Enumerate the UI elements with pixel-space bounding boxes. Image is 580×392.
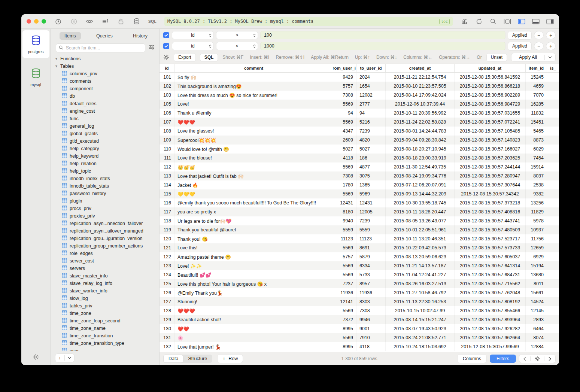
table-settings-gear-icon[interactable] bbox=[531, 355, 544, 363]
table-cell[interactable]: 5969 bbox=[356, 189, 386, 198]
table-cell[interactable]: 2015-11-04 12:24:41.227 bbox=[386, 270, 455, 279]
table-cell[interactable]: 129 bbox=[160, 315, 174, 324]
sql-icon[interactable]: SQL bbox=[149, 18, 156, 25]
remove-filter-button[interactable]: − bbox=[534, 42, 543, 50]
filter-checkbox[interactable] bbox=[163, 43, 169, 49]
lock-icon[interactable] bbox=[117, 18, 125, 25]
table-cell[interactable]: Amazing pastel theme 😬 bbox=[174, 252, 333, 261]
table-cell[interactable]: 2015-11-30 12:54:49.735 bbox=[386, 162, 455, 171]
table-cell[interactable]: 12005 bbox=[356, 207, 386, 216]
table-cell[interactable] bbox=[547, 315, 559, 324]
table-cell[interactable]: 15194 bbox=[526, 261, 547, 270]
table-row[interactable]: 114Jacket 🔥178013652015-07-12 06:20:07.0… bbox=[160, 180, 559, 189]
table-row[interactable]: 131🌸556979102015-08-24 21:08:52.7712015-… bbox=[160, 333, 559, 342]
close-window-button[interactable] bbox=[27, 19, 31, 24]
table-cell[interactable]: 117 bbox=[160, 207, 174, 216]
table-cell[interactable]: 7308 bbox=[333, 171, 356, 180]
table-cell[interactable]: 8691 bbox=[356, 243, 386, 252]
table-cell[interactable] bbox=[547, 180, 559, 189]
table-cell[interactable]: 2015-08-07 19:43:50.923 bbox=[386, 324, 455, 333]
sidebar-table-item[interactable]: default_roles bbox=[51, 100, 159, 107]
table-cell[interactable]: 12659 bbox=[526, 243, 547, 252]
filter-operator-select[interactable]: > bbox=[216, 31, 258, 39]
table-cell[interactable]: 2015-12-08 15:30:57.244144 bbox=[455, 162, 526, 171]
table-cell[interactable]: 2015-12-08 15:30:56.841592 bbox=[455, 73, 526, 82]
table-cell[interactable]: 5216 bbox=[356, 118, 386, 127]
table-row[interactable]: 102This background is amazing😍5757165420… bbox=[160, 82, 559, 91]
table-cell[interactable]: 107 bbox=[160, 118, 174, 127]
table-cell[interactable]: 5757 bbox=[333, 82, 356, 91]
table-cell[interactable]: Love that jacket! Outfit is fab 🙌🏻 bbox=[174, 171, 333, 180]
table-cell[interactable]: 7239 bbox=[356, 216, 386, 225]
connection-mysql[interactable]: mysql bbox=[22, 63, 49, 91]
table-cell[interactable]: 8995 bbox=[333, 324, 356, 333]
table-cell[interactable]: Thank you! 😘 bbox=[174, 234, 333, 243]
table-cell[interactable]: 94 bbox=[333, 109, 356, 118]
table-cell[interactable]: 🌸 bbox=[174, 333, 333, 342]
table-cell[interactable]: 8303 bbox=[356, 297, 386, 306]
table-cell[interactable] bbox=[547, 145, 559, 154]
table-cell[interactable] bbox=[547, 109, 559, 118]
table-row[interactable]: 132Love that jumper! 💃🏽899541182015-10-2… bbox=[160, 342, 559, 351]
chart-icon[interactable] bbox=[461, 18, 468, 25]
table-cell[interactable]: ❤️❤️❤️ bbox=[174, 306, 333, 315]
column-header-to_user_id[interactable]: to_user_id bbox=[356, 64, 386, 72]
sidebar-table-item[interactable]: general_log bbox=[51, 122, 159, 130]
table-cell[interactable] bbox=[547, 91, 559, 100]
table-cell[interactable]: 2015-08-05 13:26:43.077 bbox=[386, 216, 455, 225]
table-cell[interactable]: 2609 bbox=[333, 136, 356, 145]
table-cell[interactable]: 1654 bbox=[356, 82, 386, 91]
table-cell[interactable]: 5559 bbox=[333, 225, 356, 234]
filter-settings-gear-icon[interactable] bbox=[163, 54, 169, 60]
table-cell[interactable]: 8074 bbox=[526, 333, 547, 342]
table-cell[interactable]: 2015-08-18 20:27:10.945 bbox=[386, 145, 455, 154]
table-cell[interactable]: 8957 bbox=[356, 279, 386, 288]
table-cell[interactable]: 9429 bbox=[333, 73, 356, 82]
sidebar-table-item[interactable]: component bbox=[51, 85, 159, 92]
table-cell[interactable]: 1780 bbox=[333, 180, 356, 189]
table-cell[interactable]: Stunning! bbox=[174, 297, 333, 306]
sidebar-table-item[interactable]: replication_group_member_actions bbox=[51, 242, 159, 250]
table-cell[interactable]: 116 bbox=[160, 198, 174, 207]
table-cell[interactable]: 2015-12-08 15:30:57.715562 bbox=[455, 279, 526, 288]
table-cell[interactable]: 11936 bbox=[333, 288, 356, 297]
table-row[interactable]: 115💛💛💛556959692015-09-13 14:44:32.209201… bbox=[160, 189, 559, 198]
add-item-button[interactable]: + bbox=[55, 354, 64, 362]
watch-icon[interactable] bbox=[86, 18, 93, 25]
table-cell[interactable]: Jacket 🔥 bbox=[174, 180, 333, 189]
table-cell[interactable]: This background is amazing😍 bbox=[174, 82, 333, 91]
table-row[interactable]: 108Love the glasses!434772392015-08-01 1… bbox=[160, 127, 559, 136]
table-cell[interactable]: 8180 bbox=[333, 207, 356, 216]
sidebar-table-item[interactable]: tables_priv bbox=[51, 302, 159, 310]
table-cell[interactable]: 2015-10-01 22:05:51.961 bbox=[386, 225, 455, 234]
table-cell[interactable]: 7372 bbox=[333, 315, 356, 324]
sidebar-table-item[interactable]: password_history bbox=[51, 190, 159, 197]
sidebar-table-item[interactable]: plugin bbox=[51, 197, 159, 205]
sidebar-table-item[interactable]: time_zone_transition bbox=[51, 332, 159, 340]
sidebar-table-item[interactable]: time_zone_leap_second bbox=[51, 317, 159, 325]
table-cell[interactable] bbox=[547, 82, 559, 91]
prev-page-button[interactable] bbox=[519, 355, 530, 363]
add-filter-button[interactable]: + bbox=[546, 42, 555, 50]
table-cell[interactable]: @Emily Thank you💃 bbox=[174, 288, 333, 297]
table-row[interactable]: 129Beautiful action shot!737299462015-08… bbox=[160, 315, 559, 324]
table-cell[interactable]: 115 bbox=[160, 189, 174, 198]
table-cell[interactable]: Love this photo! Your hair is gorgeous 😘… bbox=[174, 279, 333, 288]
table-cell[interactable]: Love the glasses! bbox=[174, 127, 333, 136]
column-header-id[interactable]: id bbox=[160, 64, 174, 72]
table-cell[interactable]: 12145 bbox=[526, 306, 547, 315]
sidebar-table-item[interactable]: replication_asyn...nnection_failover bbox=[51, 220, 159, 227]
table-cell[interactable]: 2015-12-08 15:30:57.307644 bbox=[455, 180, 526, 189]
sidebar-table-item[interactable]: help_relation bbox=[51, 160, 159, 167]
chevron-down-icon[interactable] bbox=[545, 56, 555, 58]
table-cell[interactable]: 2015-12-08 15:30:57.684731 bbox=[455, 270, 526, 279]
table-cell[interactable]: 11832 bbox=[526, 109, 547, 118]
table-cell[interactable]: 102 bbox=[160, 82, 174, 91]
table-row[interactable]: 118Ur legs are to die for🙌🏻💖994072392015… bbox=[160, 216, 559, 225]
sidebar-table-item[interactable]: slave_master_info bbox=[51, 272, 159, 280]
table-cell[interactable]: 7070 bbox=[526, 91, 547, 100]
sidebar-table-item[interactable]: replication_asyn...ailover_managed bbox=[51, 227, 159, 235]
table-cell[interactable] bbox=[547, 297, 559, 306]
tab-data[interactable]: Data bbox=[164, 355, 183, 362]
sidebar-table-item[interactable]: innodb_index_stats bbox=[51, 175, 159, 182]
